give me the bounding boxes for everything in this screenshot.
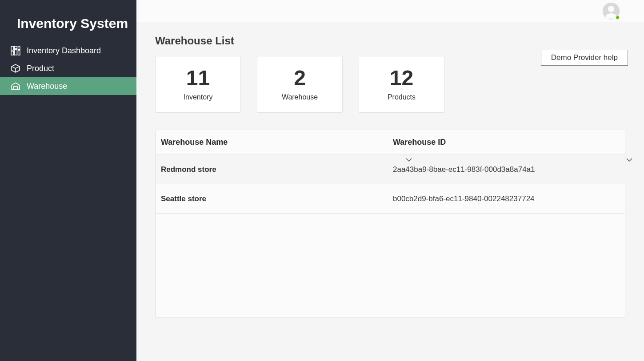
card-products: 12 Products <box>359 56 444 113</box>
topbar <box>136 0 644 22</box>
table-header: Warehouse Name Warehouse ID <box>156 130 625 155</box>
dashboard-icon <box>11 46 20 56</box>
content: Warehouse List Demo Provider help 11 Inv… <box>136 22 644 361</box>
sidebar-item-label: Inventory Dashboard <box>27 46 101 56</box>
svg-rect-3 <box>11 51 14 55</box>
sidebar-item-label: Product <box>27 64 54 73</box>
svg-rect-5 <box>18 51 20 55</box>
page-title: Warehouse List <box>155 35 625 47</box>
column-header-id[interactable]: Warehouse ID <box>393 138 625 147</box>
sidebar-item-warehouse[interactable]: Warehouse <box>0 77 136 95</box>
cell-warehouse-name: Redmond store <box>156 165 393 174</box>
sidebar-item-dashboard[interactable]: Inventory Dashboard <box>0 42 136 60</box>
avatar[interactable] <box>603 3 620 20</box>
sidebar: Inventory System Inventory Dashboard <box>0 0 136 361</box>
card-inventory: 11 Inventory <box>155 56 241 113</box>
svg-rect-0 <box>11 46 14 50</box>
card-value: 11 <box>186 67 210 89</box>
card-label: Products <box>388 93 416 101</box>
warehouse-table: Warehouse Name Warehouse ID Redmond stor… <box>155 130 625 318</box>
table-row[interactable]: Redmond store 2aa43ba9-8bae-ec11-983f-00… <box>156 155 625 184</box>
card-value: 12 <box>390 67 413 89</box>
svg-point-7 <box>608 6 614 12</box>
cell-warehouse-name: Seattle store <box>156 194 393 203</box>
app-title: Inventory System <box>0 0 136 42</box>
svg-rect-1 <box>15 46 17 49</box>
svg-rect-2 <box>18 46 20 50</box>
card-label: Warehouse <box>282 93 318 101</box>
presence-indicator <box>616 16 620 20</box>
help-button[interactable]: Demo Provider help <box>541 50 628 66</box>
sidebar-nav: Inventory Dashboard Product Warehouse <box>0 42 136 95</box>
box-icon <box>11 63 20 73</box>
card-label: Inventory <box>184 93 213 101</box>
sidebar-item-label: Warehouse <box>27 82 67 91</box>
cell-warehouse-id: 2aa43ba9-8bae-ec11-983f-000d3a8a74a1 <box>393 165 625 174</box>
chevron-down-icon[interactable] <box>626 156 633 164</box>
svg-rect-4 <box>15 50 17 55</box>
card-warehouse: 2 Warehouse <box>257 56 343 113</box>
column-header-name[interactable]: Warehouse Name <box>156 138 393 147</box>
sidebar-item-product[interactable]: Product <box>0 60 136 77</box>
cell-warehouse-id: b00cb2d9-bfa6-ec11-9840-002248237724 <box>393 194 625 203</box>
chevron-down-icon[interactable] <box>405 156 412 164</box>
table-row[interactable]: Seattle store b00cb2d9-bfa6-ec11-9840-00… <box>156 184 625 214</box>
card-value: 2 <box>294 67 306 89</box>
warehouse-icon <box>11 81 20 91</box>
main: Warehouse List Demo Provider help 11 Inv… <box>136 0 644 361</box>
